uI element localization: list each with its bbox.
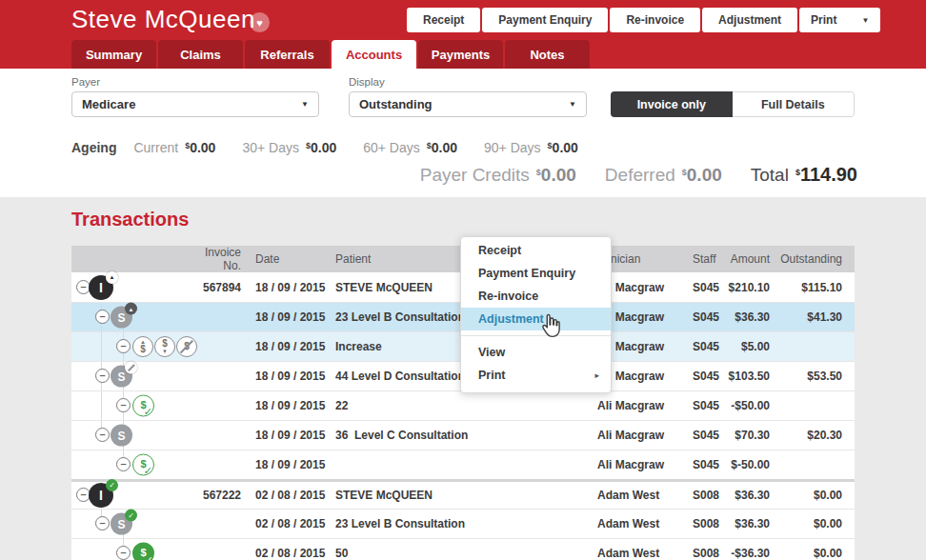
tab-payments[interactable]: Payments [418,40,503,69]
menu-item-adjustment[interactable]: Adjustment [461,308,611,330]
written-off-badge-icon [125,362,137,374]
table-row-payment[interactable]: – $✓ 18 / 09 / 2015 Ali Macgraw S045 $-5… [71,450,855,479]
col-outstanding: Outstanding [770,252,842,266]
table-row-payment[interactable]: – $✓ 02 / 08 / 2015 50 Adam West S008 -$… [71,538,855,560]
paid-badge-icon: ✓ [125,510,137,522]
cell-date: 02 / 08 / 2015 [241,517,329,530]
table-row-payment[interactable]: – $✓ 18 / 09 / 2015 22 Ali Macgraw S045 … [71,390,855,420]
table-row-service[interactable]: – S ✓ 02 / 08 / 2015 23 Level B Consulta… [71,509,855,538]
cell-invoice-no: 567894 [189,281,241,294]
menu-separator [461,335,611,336]
toggle-full-details[interactable]: Full Details [733,91,856,117]
patient-name: Steve McQueen [71,5,255,34]
cell-clinician: Ali Macgraw [597,281,693,294]
menu-item-print[interactable]: Print ▸ [461,364,611,387]
cell-outstanding: $0.00 [770,489,842,502]
cell-date: 18 / 09 / 2015 [241,340,329,353]
col-amount: Amount [721,252,770,266]
cell-staff: S008 [693,517,721,530]
cell-clinician: Adam West [597,489,693,502]
payment-enquiry-button[interactable]: Payment Enquiry [482,8,608,32]
tab-summary[interactable]: Summary [71,40,156,69]
menu-item-re-invoice[interactable]: Re-invoice [461,285,611,308]
cell-clinician: Ali Macgraw [597,370,693,383]
adjustment-button[interactable]: Adjustment [702,8,797,32]
tab-claims[interactable]: Claims [158,40,243,69]
ageing-current: Current $0.00 [133,140,215,155]
patient-header: Steve McQueen ♥ Receipt Payment Enquiry … [0,0,926,69]
menu-item-receipt[interactable]: Receipt [461,239,611,262]
table-row-service[interactable]: – S 18 / 09 / 2015 36 Level C Consultati… [71,420,855,450]
cell-date: 18 / 09 / 2015 [241,458,329,471]
cell-amount: $-50.00 [721,458,770,471]
collapse-toggle-icon[interactable]: – [95,428,110,442]
cell-staff: S008 [693,547,721,560]
cell-date: 02 / 08 / 2015 [241,547,329,560]
table-row-invoice[interactable]: – I ✓ 567222 02 / 08 / 2015 STEVE McQUEE… [71,479,855,509]
display-select[interactable]: Outstanding ▼ [349,91,587,117]
cell-outstanding: $20.30 [770,429,842,442]
cell-staff: S008 [693,489,721,502]
ageing-label: Ageing [71,140,116,155]
cell-outstanding: $0.00 [770,547,842,560]
cell-date: 18 / 09 / 2015 [241,281,329,294]
cell-outstanding: $0.00 [770,517,842,530]
ageing-30-days: 30+ Days $0.00 [242,140,336,155]
caret-down-icon: ▼ [569,100,576,109]
tab-referrals[interactable]: Referrals [245,40,330,69]
header-actions: Receipt Payment Enquiry Re-invoice Adjus… [407,8,880,32]
cell-clinician: Adam West [597,547,693,560]
invoice-icon: I ✓ [89,483,113,508]
cell-date: 18 / 09 / 2015 [241,399,329,412]
cell-amount: $5.00 [721,340,770,353]
service-icon: S ✓ [111,513,132,535]
adjustment-cancel-icon: $ [176,336,197,357]
re-invoice-button[interactable]: Re-invoice [610,8,700,32]
print-button[interactable]: Print ▼ [799,8,880,32]
cell-date: 18 / 09 / 2015 [241,429,329,442]
cell-outstanding: $41.30 [770,310,842,324]
heart-icon[interactable]: ♥ [250,12,270,32]
ageing-60-days: 60+ Days $0.00 [363,140,457,155]
payment-icon: $✓ [132,454,154,476]
collapse-badge-icon: ▲ [106,271,118,284]
cell-date: 02 / 08 / 2015 [241,489,329,502]
collapse-toggle-icon[interactable]: – [95,369,110,383]
toggle-invoice-only[interactable]: Invoice only [611,91,733,117]
payer-credits: Payer Credits $0.00 [420,165,576,186]
cell-patient: 36 Level C Consultation [329,429,597,442]
cell-invoice-no: 567222 [189,489,241,502]
col-staff: Staff [693,252,721,266]
collapse-toggle-icon[interactable]: – [95,516,110,530]
payment-icon: $✓ [132,543,154,560]
menu-item-view[interactable]: View [461,341,611,364]
context-menu: Receipt Payment Enquiry Re-invoice Adjus… [460,236,612,393]
tab-notes[interactable]: Notes [505,40,590,69]
collapse-toggle-icon[interactable]: – [116,339,131,353]
app-window: Steve McQueen ♥ Receipt Payment Enquiry … [0,0,926,560]
tab-accounts[interactable]: Accounts [332,40,416,69]
cell-amount: $70.30 [721,429,770,442]
deferred: Deferred $0.00 [605,165,722,186]
cell-patient: 23 Level B Consultation [329,517,597,530]
cell-date: 18 / 09 / 2015 [241,310,329,324]
cell-date: 18 / 09 / 2015 [241,370,329,383]
collapse-toggle-icon[interactable]: – [116,398,131,412]
ageing-90-days: 90+ Days $0.00 [484,140,578,155]
cell-staff: S045 [693,370,721,383]
collapse-badge-icon: ▲ [125,303,137,315]
collapse-toggle-icon[interactable]: – [95,310,110,324]
service-icon: S ▲ [111,307,132,329]
total: Total $114.90 [751,164,857,186]
collapse-toggle-icon[interactable]: – [116,546,131,560]
patient-tabs: Summary Claims Referrals Accounts Paymen… [71,40,590,69]
menu-item-payment-enquiry[interactable]: Payment Enquiry [461,262,611,285]
transactions-title: Transactions [71,209,189,230]
payer-select[interactable]: Medicare ▼ [71,91,319,117]
adjustment-increase-icon: ▲$ [132,336,153,357]
filter-section: Payer Medicare ▼ Display Outstanding ▼ I… [0,69,926,197]
service-icon: S [111,425,132,447]
cell-clinician: Ali Macgraw [597,310,693,324]
collapse-toggle-icon[interactable]: – [116,457,131,471]
receipt-button[interactable]: Receipt [407,8,480,32]
